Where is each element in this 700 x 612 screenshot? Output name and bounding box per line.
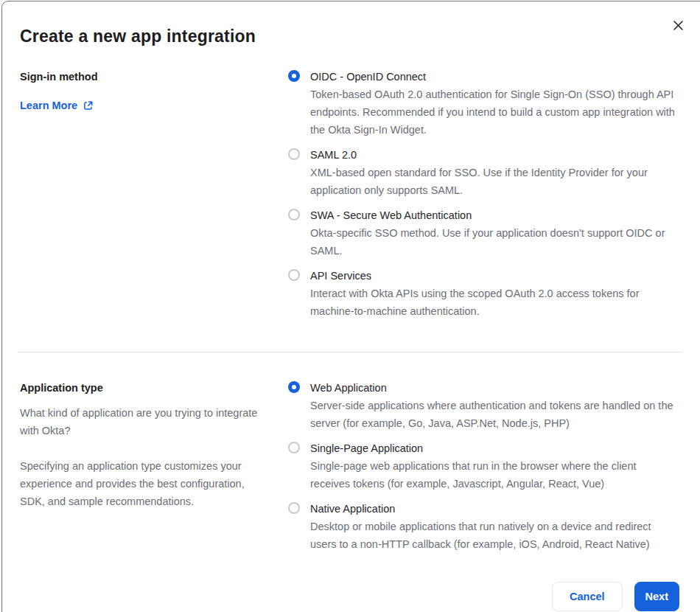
signin-method-section: Sign-in method Learn More OIDC - OpenID …: [0, 68, 700, 320]
radio-swa[interactable]: [288, 209, 300, 220]
option-web-application: Web Application Server-side applications…: [288, 379, 682, 432]
option-swa: SWA - Secure Web Authentication Okta-spe…: [288, 206, 682, 260]
option-web-application-description: Server-side applications where authentic…: [310, 397, 679, 432]
option-api-services-label[interactable]: API Services: [310, 267, 679, 285]
signin-method-label: Sign-in method: [20, 68, 267, 86]
option-oidc-label[interactable]: OIDC - OpenID Connect: [310, 68, 679, 86]
signin-method-left-column: Sign-in method Learn More: [20, 68, 267, 320]
modal-title: Create a new app integration: [20, 27, 682, 46]
radio-web-application[interactable]: [288, 381, 300, 393]
external-link-icon: [83, 100, 94, 111]
option-oidc-description: Token-based OAuth 2.0 authentication for…: [310, 86, 679, 139]
application-type-label: Application type: [20, 379, 267, 397]
create-app-integration-modal: Create a new app integration Sign-in met…: [0, 0, 700, 611]
option-native-application-label[interactable]: Native Application: [310, 500, 679, 518]
close-button[interactable]: [668, 15, 688, 35]
modal-footer: Cancel Next: [0, 582, 700, 611]
option-oidc: OIDC - OpenID Connect Token-based OAuth …: [288, 68, 682, 139]
radio-oidc[interactable]: [288, 70, 300, 82]
option-saml: SAML 2.0 XML-based open standard for SSO…: [288, 146, 682, 199]
radio-native-application[interactable]: [288, 502, 300, 514]
option-spa-label[interactable]: Single-Page Application: [310, 439, 679, 457]
application-type-section: Application type What kind of applicatio…: [0, 379, 700, 553]
option-spa-description: Single-page web applications that run in…: [310, 457, 679, 493]
option-native-application: Native Application Desktop or mobile app…: [288, 500, 682, 553]
option-web-application-label[interactable]: Web Application: [310, 379, 679, 397]
signin-method-options: OIDC - OpenID Connect Token-based OAuth …: [288, 68, 682, 320]
option-api-services-description: Interact with Okta APIs using the scoped…: [310, 285, 679, 320]
learn-more-link[interactable]: Learn More: [20, 100, 94, 111]
application-type-description-2: Specifying an application type customize…: [20, 457, 267, 510]
option-swa-label[interactable]: SWA - Secure Web Authentication: [310, 206, 679, 224]
application-type-description-1: What kind of application are you trying …: [20, 404, 267, 439]
application-type-left-column: Application type What kind of applicatio…: [20, 379, 267, 553]
option-api-services: API Services Interact with Okta APIs usi…: [288, 267, 682, 320]
option-spa: Single-Page Application Single-page web …: [288, 439, 682, 493]
next-button[interactable]: Next: [634, 582, 679, 611]
option-saml-label[interactable]: SAML 2.0: [310, 146, 679, 164]
option-native-application-description: Desktop or mobile applications that run …: [310, 518, 679, 553]
cancel-button[interactable]: Cancel: [552, 582, 623, 611]
radio-saml[interactable]: [288, 148, 300, 160]
close-icon: [673, 20, 684, 31]
application-type-options: Web Application Server-side applications…: [288, 379, 682, 553]
option-swa-description: Okta-specific SSO method. Use if your ap…: [310, 224, 679, 260]
radio-spa[interactable]: [288, 442, 300, 453]
radio-api-services[interactable]: [288, 269, 300, 281]
learn-more-label: Learn More: [20, 100, 77, 111]
section-divider: [18, 352, 682, 352]
modal-header: Create a new app integration: [0, 0, 700, 46]
option-saml-description: XML-based open standard for SSO. Use if …: [310, 164, 679, 199]
